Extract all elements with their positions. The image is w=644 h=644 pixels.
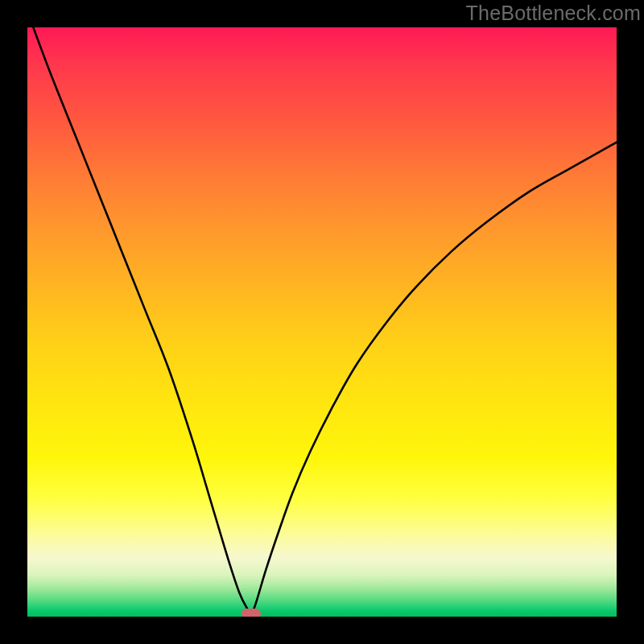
- plot-area: [27, 27, 617, 617]
- optimum-marker: [242, 609, 260, 617]
- bottleneck-curve: [27, 27, 617, 617]
- chart-frame: TheBottleneck.com: [0, 0, 644, 644]
- watermark-text: TheBottleneck.com: [466, 2, 641, 25]
